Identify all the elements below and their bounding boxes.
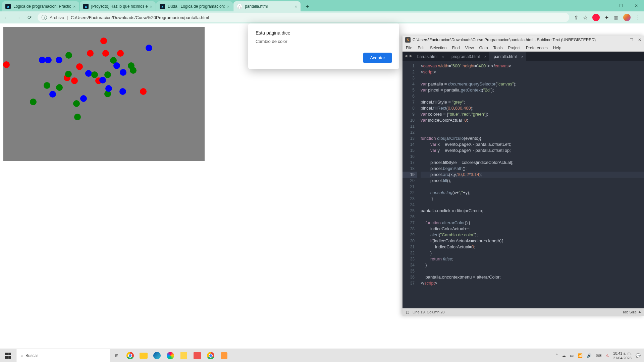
canvas-dot	[113, 62, 120, 69]
code-content[interactable]: <canvas width="600" height="400"> </canv…	[417, 61, 644, 308]
close-icon[interactable]: ×	[484, 55, 486, 59]
menu-view[interactable]: View	[465, 46, 474, 50]
editor-area[interactable]: 1234567891011121314151617181920212223242…	[402, 61, 644, 308]
alert-message: Cambio de color	[256, 39, 392, 44]
taskbar-app-explorer[interactable]	[139, 351, 148, 360]
canvas-dot	[71, 77, 78, 84]
tray-onedrive-icon[interactable]: ☁	[562, 353, 566, 358]
taskbar-search[interactable]: ⌕ Buscar	[16, 349, 110, 362]
taskbar-app-edge[interactable]	[152, 351, 162, 360]
status-cursor: Line 19, Column 28	[413, 310, 444, 314]
share-icon[interactable]: ⇪	[574, 14, 578, 21]
browser-tab-2[interactable]: aDuda | Lógica de programación:×	[156, 1, 233, 11]
line-gutter: 1234567891011121314151617181920212223242…	[402, 61, 417, 308]
close-icon[interactable]: ×	[442, 55, 444, 59]
canvas-dot	[105, 85, 112, 92]
menu-tools[interactable]: Tools	[493, 46, 503, 50]
tray-chevron-icon[interactable]: ˄	[556, 353, 558, 358]
drawing-canvas[interactable]	[3, 27, 205, 161]
close-icon[interactable]: ×	[521, 55, 523, 59]
info-icon[interactable]: i	[42, 15, 47, 20]
canvas-dot	[91, 71, 98, 78]
notifications-icon[interactable]: 💬	[636, 353, 641, 358]
taskbar-app-paint[interactable]	[166, 351, 175, 360]
toolbar-right: ⇪ ☆ ✦ ▥ ⋮	[574, 14, 641, 21]
reload-button[interactable]: ⟳	[26, 14, 33, 20]
close-icon[interactable]: ×	[150, 4, 152, 9]
start-button[interactable]	[0, 349, 16, 362]
tray-battery-icon[interactable]: ▭	[570, 353, 574, 358]
minimize-button[interactable]: —	[598, 0, 613, 11]
menu-preferences[interactable]: Preferences	[526, 46, 548, 50]
browser-tab-0[interactable]: aLógica de programación: Practic×	[2, 1, 79, 11]
sublime-titlebar[interactable]: S C:\Users\Facturacion\Downloads\Curso P…	[402, 36, 644, 44]
tray-volume-icon[interactable]: 🔊	[587, 353, 592, 358]
taskbar-app-chrome[interactable]	[125, 351, 135, 360]
browser-tab-1[interactable]: a[Proyecto] Haz lo que hicimos e×	[80, 1, 156, 11]
tabstrip: aLógica de programación: Practic× a[Proy…	[0, 0, 644, 11]
tray-language-icon[interactable]: ⌨	[596, 353, 601, 358]
maximize-button[interactable]: ☐	[613, 0, 629, 11]
canvas-dot	[140, 88, 147, 95]
canvas-dot	[76, 63, 83, 70]
menu-find[interactable]: Find	[452, 46, 460, 50]
canvas-dot	[56, 84, 63, 91]
forward-button[interactable]: →	[15, 15, 21, 20]
minimize-button[interactable]: —	[621, 38, 625, 42]
browser-tab-3[interactable]: ◌pantalla.html×	[233, 1, 301, 11]
extensions-icon[interactable]: ✦	[604, 14, 609, 21]
svg-rect-3	[8, 356, 11, 359]
tab-nav-arrows[interactable]: ◀ ▶	[405, 54, 413, 58]
url-field[interactable]: i Archivo | C:/Users/Facturacion/Downloa…	[38, 13, 569, 22]
editor-tab-0[interactable]: barras.html×	[413, 52, 447, 61]
menu-file[interactable]: File	[406, 46, 412, 50]
taskbar-clock[interactable]: 10:41 a. m. 21/04/2023	[613, 351, 632, 360]
search-placeholder: Buscar	[25, 353, 38, 358]
svg-rect-0	[5, 353, 8, 355]
bookmark-icon[interactable]: ☆	[583, 14, 588, 21]
menu-project[interactable]: Project	[508, 46, 521, 50]
maximize-button[interactable]: ☐	[630, 38, 633, 42]
taskbar-app-chrome2[interactable]	[206, 351, 215, 360]
close-icon[interactable]: ×	[295, 4, 298, 9]
canvas-dot	[30, 99, 37, 105]
menu-icon[interactable]: ⋮	[635, 14, 641, 21]
close-icon[interactable]: ×	[227, 4, 230, 9]
back-button[interactable]: ←	[3, 15, 10, 20]
canvas-dot	[65, 52, 72, 59]
menu-goto[interactable]: Goto	[479, 46, 488, 50]
tray-wifi-icon[interactable]: 📶	[578, 353, 583, 358]
canvas-dot	[130, 67, 137, 74]
canvas-dot	[56, 57, 62, 63]
task-view-button[interactable]: ⊞	[112, 351, 121, 360]
menu-selection[interactable]: Selection	[430, 46, 446, 50]
status-tabsize[interactable]: Tab Size: 4	[623, 310, 641, 314]
tab-title: pantalla.html	[245, 4, 292, 9]
canvas-dot	[99, 77, 106, 83]
favicon: a	[83, 4, 89, 9]
editor-tab-2[interactable]: pantalla.html×	[489, 52, 526, 61]
menu-edit[interactable]: Edit	[418, 46, 425, 50]
close-button[interactable]: ✕	[629, 0, 644, 11]
taskbar-app-sublime[interactable]	[219, 351, 229, 360]
search-icon: ⌕	[20, 353, 23, 358]
sublime-window: S C:\Users\Facturacion\Downloads\Curso P…	[402, 36, 644, 316]
close-button[interactable]: ✕	[638, 38, 641, 42]
menu-help[interactable]: Help	[553, 46, 561, 50]
svg-rect-2	[5, 356, 8, 359]
panel-toggle-icon[interactable]: ▢	[406, 310, 409, 314]
editor-tab-1[interactable]: programa3.html×	[447, 52, 489, 61]
favicon: ◌	[237, 4, 242, 9]
extension-opera-icon[interactable]	[592, 14, 600, 21]
taskbar-app-anydesk[interactable]	[193, 351, 202, 360]
canvas-dot	[65, 71, 72, 77]
close-icon[interactable]: ×	[73, 4, 76, 9]
taskbar-app-notes[interactable]	[179, 351, 189, 360]
sidepanel-icon[interactable]: ▥	[613, 14, 619, 21]
new-tab-button[interactable]: +	[303, 2, 312, 11]
tray-security-icon[interactable]: ⚠	[605, 353, 609, 358]
profile-avatar[interactable]	[623, 14, 631, 21]
alert-ok-button[interactable]: Aceptar	[363, 53, 392, 63]
canvas-dot	[49, 91, 56, 98]
favicon: a	[160, 4, 165, 9]
